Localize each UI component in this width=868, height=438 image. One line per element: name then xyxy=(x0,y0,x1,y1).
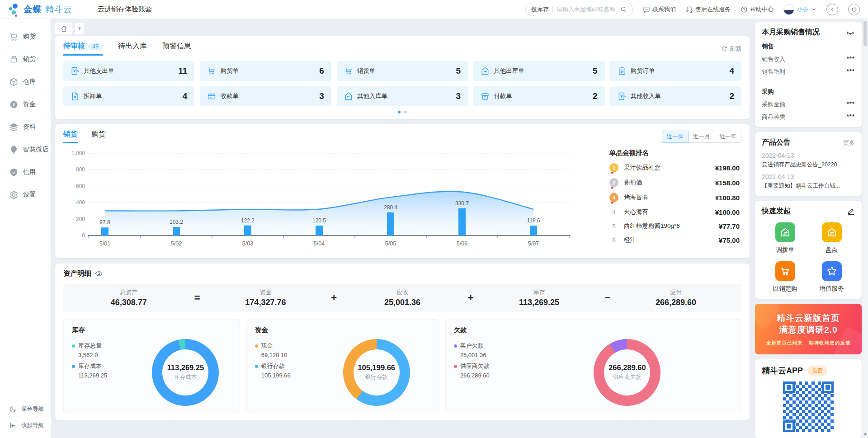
carousel-dot-2[interactable] xyxy=(404,111,407,113)
rank-row-2[interactable]: 2 葡萄酒 ¥158.00 xyxy=(609,178,740,187)
legend-cash: 现金 69,128.10 xyxy=(255,342,323,358)
survey-banner[interactable]: 精斗云新版首页 满意度调研2.0 全新首页已到来 期待收到您的反馈 xyxy=(755,304,862,354)
card-purchase-order[interactable]: 购货单 6 xyxy=(200,61,331,81)
topbar: 金蝶 精斗云 云进销存体验账套 搜库存 联系我们 售后在线服务 帮助中心 小乔 xyxy=(0,0,868,19)
sidebar-item-warehouse[interactable]: 仓库 xyxy=(0,71,51,93)
star-icon xyxy=(826,265,838,277)
trend-panel: 销货 购货 近一周 近一月 近一年 02004006008001,00097.8… xyxy=(55,124,750,258)
quick-value-added-services[interactable]: 增值服务 xyxy=(808,261,855,293)
page-scrollbar[interactable]: ▼ xyxy=(863,19,868,438)
user-menu[interactable]: 小乔 xyxy=(783,4,816,15)
scrollbar-thumb[interactable] xyxy=(863,21,867,46)
card-other-expense[interactable]: 其他支出单 11 xyxy=(63,61,194,81)
house-out-icon xyxy=(481,66,490,75)
sidebar-item-purchase[interactable]: 购货 xyxy=(0,25,51,48)
logout-button[interactable] xyxy=(848,4,860,15)
svg-text:5/03: 5/03 xyxy=(242,240,253,247)
pending-count-badge: 49 xyxy=(88,43,103,50)
search-icon[interactable] xyxy=(620,6,627,13)
card-sales-order[interactable]: 销货单 5 xyxy=(337,61,468,81)
range-year-button[interactable]: 近一年 xyxy=(715,131,742,143)
help-center-link[interactable]: 帮助中心 xyxy=(741,5,774,14)
sidebar-item-sales[interactable]: 销货 xyxy=(0,48,51,71)
chevron-down-icon xyxy=(811,7,816,12)
search-box[interactable]: 搜库存 xyxy=(525,3,633,16)
more-link[interactable]: 更多 xyxy=(843,139,855,147)
svg-text:1,000: 1,000 xyxy=(71,150,85,156)
svg-text:97.8: 97.8 xyxy=(99,219,110,226)
moon-icon xyxy=(9,405,17,413)
refresh-button[interactable]: 刷新 xyxy=(721,45,741,53)
sidebar-item-settings[interactable]: 设置 xyxy=(0,184,51,206)
assets-title: 资产明细 xyxy=(63,269,91,278)
announcement-item-2[interactable]: 2022-04-13 【重要通知】精斗云工作台域... xyxy=(762,173,855,190)
after-sales-service-link[interactable]: 售后在线服务 xyxy=(686,5,731,14)
svg-text:5/04: 5/04 xyxy=(314,240,325,247)
legend-inventory-qty: 库存总量 3,562.0 xyxy=(72,342,140,358)
rank-row-3[interactable]: 3 烤海苔卷 ¥100.80 xyxy=(609,193,740,202)
announcement-item-1[interactable]: 2022-04-13 云进销存产品更新公告_20220... xyxy=(762,152,855,169)
headset-icon xyxy=(686,6,693,13)
home-tab[interactable] xyxy=(55,23,72,34)
sidebar-item-data[interactable]: 资料 xyxy=(0,116,51,138)
tab-pending-approval[interactable]: 待审核 49 xyxy=(63,42,103,56)
legend-supplier-debt: 供应商欠款 266,289.60 xyxy=(454,362,522,379)
tab-sales-trend[interactable]: 销货 xyxy=(63,130,78,143)
yen-doc-icon xyxy=(71,66,80,75)
card-disassembly[interactable]: 拆卸单 4 xyxy=(63,86,194,106)
rank-row-6[interactable]: 6 橙汁 ¥75.00 xyxy=(609,236,740,244)
tab-purchase-trend[interactable]: 购货 xyxy=(91,130,106,143)
range-month-button[interactable]: 近一月 xyxy=(689,131,715,143)
collapse-nav-button[interactable]: 收起导航 xyxy=(0,417,51,433)
switch-account-button[interactable] xyxy=(826,4,838,15)
range-week-button[interactable]: 近一周 xyxy=(662,131,689,143)
carousel-dot-1[interactable] xyxy=(398,111,401,113)
card-payment[interactable]: 付款单 2 xyxy=(473,86,604,106)
inventory-donut-chart[interactable]: 113,269.25 库存成本 xyxy=(152,339,219,406)
gold-medal-icon: 1 xyxy=(609,163,618,172)
card-other-inbound[interactable]: 其他入库单 3 xyxy=(337,86,468,106)
sales-profit-row: 销售毛利*** xyxy=(762,68,855,76)
left-sidebar: 购货 销货 仓库 资金 资料 智慧微店 信用 设置 xyxy=(0,19,51,438)
item-amount-ranking: 单品金额排名 1 果汁饮品礼盒 ¥198.00 2 葡萄酒 ¥158.00 3 … xyxy=(605,145,741,255)
dark-nav-toggle[interactable]: 深色导航 xyxy=(0,401,51,417)
scrollbar-down-arrow[interactable]: ▼ xyxy=(863,432,868,437)
edit-pencil-icon[interactable] xyxy=(847,207,855,215)
eye-closed-icon[interactable] xyxy=(846,28,855,37)
rank-row-4[interactable]: 4 夹心海苔 ¥100.00 xyxy=(609,208,740,216)
card-other-income[interactable]: 其他收入单 2 xyxy=(610,86,741,106)
contact-us-link[interactable]: 联系我们 xyxy=(643,5,676,14)
right-sidebar: 本月采购销售情况 销售 销售收入*** 销售毛利*** 采购 采购金额*** 商… xyxy=(755,19,863,438)
sidebar-item-credit[interactable]: 信用 xyxy=(0,161,51,184)
bulb-icon xyxy=(9,145,19,155)
app-panel: 精斗云APP 免费 xyxy=(755,359,862,438)
quick-purchase-by-sales[interactable]: 以销定购 xyxy=(762,261,808,293)
tab-pending-inout[interactable]: 待出入库 xyxy=(118,42,147,56)
debts-subpanel: 欠款 客户欠款 25,001.36 供应商欠款 266,289.60 xyxy=(445,319,741,413)
eye-icon[interactable] xyxy=(95,270,103,278)
funds-donut-chart[interactable]: 105,199.66 银行存款 xyxy=(343,339,410,406)
card-purchase-request[interactable]: 购货订单 4 xyxy=(610,61,741,81)
home-icon xyxy=(61,25,67,32)
search-scope-label[interactable]: 搜库存 xyxy=(531,5,549,14)
card-receipt[interactable]: 收款单 3 xyxy=(200,86,331,106)
tab-alerts[interactable]: 预警信息 xyxy=(162,42,191,56)
sidebar-item-smart-store[interactable]: 智慧微店 xyxy=(0,138,51,161)
quick-transfer-order[interactable]: 调拨单 xyxy=(762,222,808,254)
sidebar-item-funds[interactable]: 资金 xyxy=(0,93,51,116)
clipboard-icon xyxy=(618,66,627,75)
brand-name-light: 精斗云 xyxy=(45,4,72,15)
avatar xyxy=(783,4,794,15)
tab-list-dropdown[interactable]: ▼ xyxy=(75,23,84,34)
quick-stocktake[interactable]: 盘点 xyxy=(808,222,855,254)
plus-sign: + xyxy=(331,292,337,304)
app-logo[interactable]: 金蝶 精斗云 xyxy=(8,3,72,16)
card-other-outbound[interactable]: 其他出库单 5 xyxy=(473,61,604,81)
debts-donut-chart[interactable]: 266,289.60 供应商欠款 xyxy=(594,339,660,406)
rank-row-5[interactable]: 5 西红柿意粉酱190g*6 ¥77.70 xyxy=(609,222,740,230)
sales-income-row: 销售收入*** xyxy=(762,55,855,63)
search-input[interactable] xyxy=(557,6,620,13)
power-icon xyxy=(851,6,857,12)
cart-icon xyxy=(9,32,19,42)
rank-row-1[interactable]: 1 果汁饮品礼盒 ¥198.00 xyxy=(609,163,740,172)
